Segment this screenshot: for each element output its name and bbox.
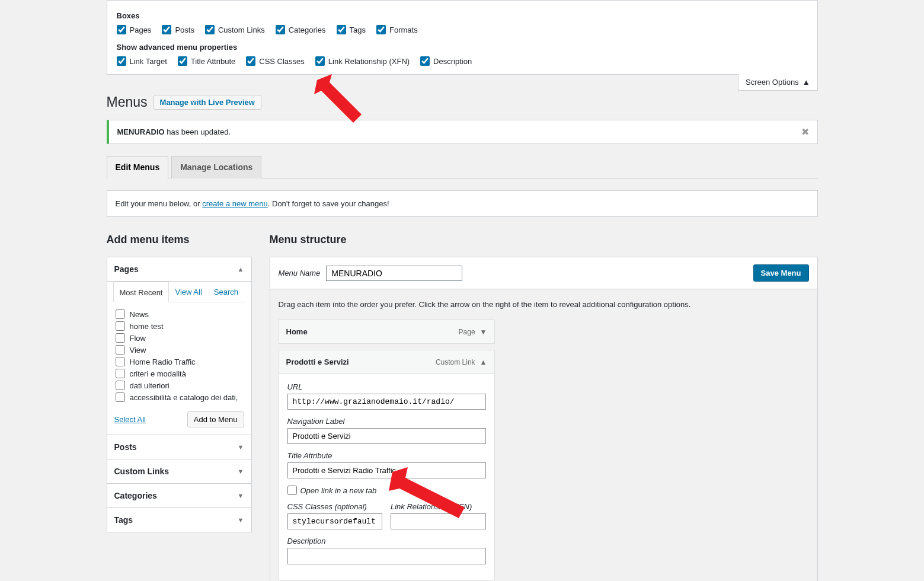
- open-new-tab-checkbox[interactable]: [287, 486, 297, 495]
- accordion: Pages ▲ Most RecentView AllSearch Newsho…: [107, 257, 252, 532]
- save-button[interactable]: Save Menu: [753, 264, 809, 282]
- page-checkbox[interactable]: [116, 369, 125, 378]
- page-checkbox[interactable]: [116, 357, 125, 366]
- acc-header-custom-links[interactable]: Custom Links ▼: [107, 459, 251, 483]
- screen-options-tab[interactable]: Screen Options ▲: [738, 74, 817, 91]
- xfn-label: Link Relationship (XFN): [391, 502, 486, 511]
- menu-item-type: Custom Link: [436, 358, 475, 366]
- acc-title: Posts: [114, 442, 137, 452]
- checkbox-item: Tags: [337, 25, 366, 34]
- title-attr-label: Title Attribute: [287, 451, 486, 460]
- chevron-up-icon: ▲: [238, 266, 244, 273]
- page-checkbox[interactable]: [116, 321, 125, 331]
- panel-tab[interactable]: Most Recent: [113, 282, 170, 302]
- nav-tab[interactable]: Edit Menus: [107, 156, 169, 178]
- nav-tab[interactable]: Manage Locations: [171, 156, 261, 178]
- acc-header-pages[interactable]: Pages ▲: [107, 257, 251, 281]
- menu-item-home[interactable]: Home Page ▼: [279, 320, 495, 344]
- checkbox-item: Link Relationship (XFN): [315, 56, 410, 66]
- panel-tab[interactable]: Search: [208, 282, 244, 302]
- checkbox-label: CSS Classes: [259, 57, 305, 66]
- menu-item-type: Page: [459, 328, 475, 336]
- desc-input[interactable]: [287, 548, 486, 564]
- menu-frame: Menu Name Save Menu Drag each item into …: [270, 257, 818, 581]
- acc-header-posts[interactable]: Posts ▼: [107, 435, 251, 459]
- page-label: Flow: [130, 334, 146, 343]
- advanced-heading: Show advanced menu properties: [117, 43, 808, 52]
- checkbox[interactable]: [337, 25, 346, 34]
- chevron-down-icon: ▼: [238, 516, 244, 523]
- page-checkbox[interactable]: [116, 333, 125, 343]
- drag-hint: Drag each item into the order you prefer…: [279, 300, 809, 309]
- checkbox[interactable]: [420, 56, 430, 66]
- add-items-heading: Add menu items: [107, 234, 252, 246]
- open-new-tab-label: Open link in a new tab: [300, 486, 377, 495]
- menu-name-label: Menu Name: [279, 269, 321, 277]
- checkbox-label: Tags: [350, 25, 366, 34]
- page-label: criteri e modalità: [130, 369, 186, 378]
- page-label: accessibilità e catalogo dei dati,: [130, 393, 238, 402]
- desc-label: Description: [287, 537, 486, 545]
- checkbox-item: CSS Classes: [246, 56, 305, 66]
- checkbox-label: Posts: [175, 25, 194, 34]
- chevron-up-icon: ▲: [802, 78, 810, 87]
- checkbox-label: Formats: [389, 25, 418, 34]
- checkbox-label: Categories: [289, 25, 326, 34]
- page-item: View: [116, 344, 243, 356]
- page-label: News: [130, 310, 149, 319]
- checkbox[interactable]: [178, 56, 187, 66]
- checkbox[interactable]: [117, 56, 126, 66]
- page-item: News: [116, 308, 243, 320]
- menu-item-name: Home: [286, 327, 308, 336]
- css-classes-label: CSS Classes (optional): [287, 502, 383, 511]
- create-menu-link[interactable]: create a new menu: [202, 199, 268, 208]
- checkbox[interactable]: [205, 25, 215, 34]
- page-item: home test: [116, 320, 243, 332]
- chevron-down-icon: ▼: [238, 492, 244, 499]
- page-checkbox[interactable]: [116, 381, 125, 390]
- add-to-menu-button[interactable]: Add to Menu: [187, 411, 244, 427]
- checkbox[interactable]: [276, 25, 285, 34]
- panel-tab[interactable]: View All: [169, 282, 207, 302]
- xfn-input[interactable]: [391, 513, 486, 529]
- menu-name-input[interactable]: [326, 266, 462, 281]
- chevron-up-icon: ▲: [480, 358, 487, 366]
- title-attr-input[interactable]: [287, 462, 486, 478]
- url-input[interactable]: [287, 394, 486, 410]
- chevron-down-icon: ▼: [238, 443, 244, 451]
- checkbox[interactable]: [315, 56, 325, 66]
- page-checkbox[interactable]: [116, 309, 125, 319]
- notice-bold: MENURADIO: [117, 127, 165, 136]
- css-classes-input[interactable]: [287, 513, 383, 529]
- page-checkbox[interactable]: [116, 345, 125, 355]
- page-label: View: [130, 346, 146, 355]
- select-all-link[interactable]: Select All: [114, 415, 146, 424]
- checkbox-label: Description: [433, 57, 472, 66]
- live-preview-button[interactable]: Manage with Live Preview: [154, 95, 261, 110]
- boxes-heading: Boxes: [117, 11, 808, 20]
- checkbox[interactable]: [117, 25, 126, 34]
- checkbox[interactable]: [162, 25, 171, 34]
- checkbox-label: Custom Links: [218, 25, 265, 34]
- checkbox[interactable]: [376, 25, 386, 34]
- page-label: home test: [130, 322, 164, 331]
- checkbox-item: Link Target: [117, 56, 167, 66]
- checkbox-item: Categories: [276, 25, 326, 34]
- acc-title: Categories: [114, 491, 157, 500]
- info-suffix: . Don't forget to save your changes!: [268, 199, 389, 208]
- acc-header-tags[interactable]: Tags ▼: [107, 507, 251, 532]
- checkbox-item: Custom Links: [205, 25, 265, 34]
- nav-input[interactable]: [287, 428, 486, 444]
- checkbox-label: Title Attribute: [191, 57, 235, 66]
- checkbox[interactable]: [246, 56, 255, 66]
- url-label: URL: [287, 382, 486, 391]
- chevron-down-icon: ▼: [238, 468, 244, 475]
- menu-item-prodotti: Prodotti e Servizi Custom Link ▲ URL: [279, 350, 495, 580]
- menu-item-header[interactable]: Prodotti e Servizi Custom Link ▲: [279, 350, 494, 374]
- page-checkbox[interactable]: [116, 392, 125, 402]
- acc-header-categories[interactable]: Categories ▼: [107, 483, 251, 507]
- checkbox-item: Formats: [376, 25, 418, 34]
- page-item: criteri e modalità: [116, 368, 243, 379]
- close-icon[interactable]: ✖: [801, 126, 809, 138]
- page-label: Home Radio Traffic: [130, 357, 196, 366]
